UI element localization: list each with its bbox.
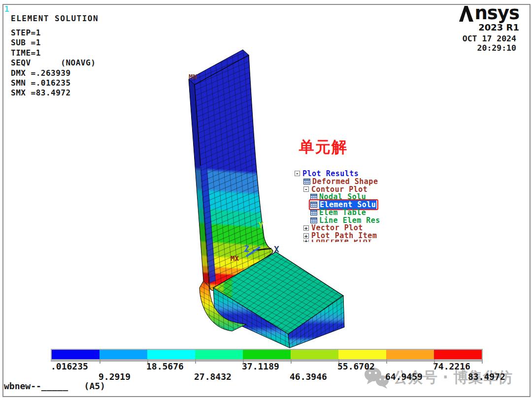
table-icon [310,202,317,208]
legend-value: 37.1189 [242,361,279,371]
menu-item-label: Concrete Plot [311,240,372,242]
legend-value: 9.2919 [99,371,131,382]
legend-tick [195,359,196,364]
legend-segment [195,350,243,359]
x-axis-label: X [274,244,279,254]
legend-tick [386,359,387,364]
collapse-icon[interactable]: - [295,171,300,176]
legend-value: 83.4972 [468,371,505,382]
model-viewport[interactable]: Y Z X MN MX [0,0,532,400]
legend-value: 55.6702 [337,361,375,371]
jobname-status-line: wbnew--_____ (A5) [4,381,105,391]
legend-tick [291,359,292,364]
menu-item-deformed-shape[interactable]: Deformed Shape [294,178,380,185]
legend-segment [338,350,386,359]
legend-tick [147,359,148,364]
collapse-icon[interactable]: - [303,186,309,192]
legend-tick [434,359,435,364]
menu-item-contour-plot[interactable]: - Contour Plot [294,185,380,193]
ansys-graphics-window: 1 ELEMENT SOLUTION STEP=1 SUB =1 TIME=1 … [0,0,532,400]
plot-results-menu: - Plot Results Deformed Shape - Contour … [294,170,380,242]
legend-segment [100,350,147,359]
menu-item-element-solu[interactable]: Element Solu [294,201,380,209]
legend-value: 74.2216 [433,361,470,371]
legend-segment [147,350,195,359]
legend-value: .016235 [51,361,88,371]
min-stress-label: MN [189,73,197,81]
contour-legend [51,349,483,362]
table-icon [303,179,310,185]
legend-tick [482,359,483,364]
table-icon [310,210,317,215]
z-axis-label: Z [244,244,249,254]
legend-segment [434,350,482,359]
legend-segment [243,350,291,359]
legend-value: 18.5676 [146,361,184,371]
menu-item-line-elem-res[interactable]: Line Elem Res [294,216,380,224]
table-icon [310,217,317,223]
legend-labels: .0162359.291918.567627.843237.118946.394… [52,361,525,382]
menu-item-vector-plot[interactable]: + Vector Plot [294,224,380,232]
menu-item-plot-results[interactable]: - Plot Results [294,170,380,178]
y-axis-label: Y [258,220,264,230]
menu-item-concrete-plot[interactable]: + Concrete Plot [294,240,380,242]
legend-value: 46.3946 [290,371,327,382]
element-solution-annotation: 单元解 [299,137,348,157]
expand-icon[interactable]: + [303,233,309,239]
legend-tick [243,359,244,364]
max-stress-label: MX [231,254,239,262]
legend-tick [338,359,339,364]
expand-icon[interactable]: + [303,240,309,242]
legend-segment [52,350,100,359]
legend-color-bar [52,350,482,359]
legend-tick [100,359,100,364]
menu-item-label: Plot Path Item [311,231,377,240]
legend-value: 64.9459 [385,371,423,382]
expand-icon[interactable]: + [303,225,309,231]
legend-segment [386,350,434,359]
legend-segment [291,350,338,359]
menu-item-plot-path-item[interactable]: + Plot Path Item [294,232,380,240]
legend-value: 27.8432 [194,371,232,382]
